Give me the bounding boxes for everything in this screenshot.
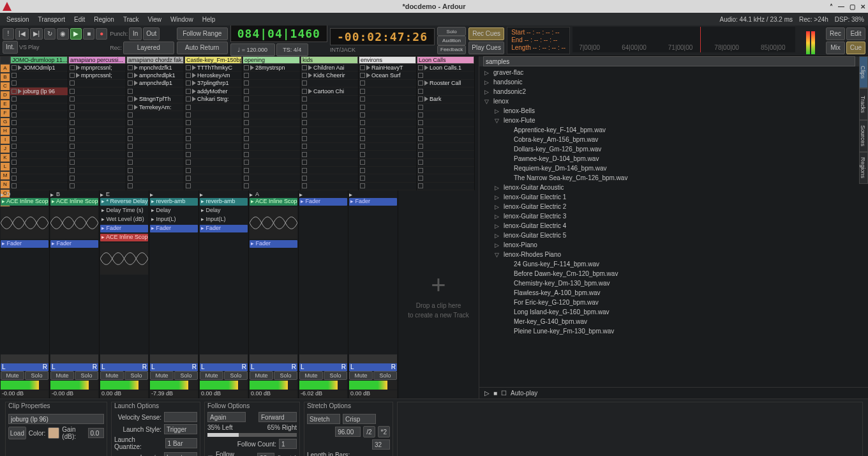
mute-button[interactable]: Mute	[349, 371, 373, 380]
clip-slot[interactable]: 28mystrspn	[243, 64, 300, 72]
maximize-icon[interactable]: ▢	[849, 3, 855, 10]
clip-slot[interactable]	[359, 151, 416, 158]
feedback-alert[interactable]: Feedback	[437, 45, 466, 54]
mini-timeline[interactable]: 7|00|0064|00|0071|00|0078|00|0085|00|009…	[572, 27, 795, 52]
clip-slot[interactable]	[126, 183, 184, 190]
menu-session[interactable]: Session	[3, 15, 33, 24]
panner[interactable]	[100, 354, 148, 363]
gain-readout[interactable]: -0.00 dB	[50, 390, 98, 398]
clip-slot[interactable]	[184, 174, 242, 182]
mix-tab[interactable]: Mix	[826, 42, 845, 54]
tree-node[interactable]: ▷handsonic2	[479, 87, 868, 96]
double-button[interactable]: *2	[378, 426, 390, 437]
clip-slot[interactable]	[10, 72, 68, 79]
track-header[interactable]: environs	[359, 56, 416, 64]
menu-transport[interactable]: Transport	[34, 15, 69, 24]
tree-node[interactable]: ▷handsonic	[479, 77, 868, 87]
clip-slot[interactable]	[301, 183, 358, 190]
clip-slot[interactable]	[417, 143, 474, 151]
menu-view[interactable]: View	[144, 15, 166, 24]
int-button[interactable]: Int.	[3, 41, 18, 54]
tree-node[interactable]: Before Dawn-key_Cm-120_bpm.wav	[479, 269, 868, 278]
velocity-sense-field[interactable]	[164, 412, 197, 422]
fx-slot[interactable]: ▸ ACE Inline Scope	[50, 198, 98, 206]
fx-slot[interactable]: ▸ Fader	[150, 225, 198, 232]
launch-quantize-select[interactable]: 1 Bar	[165, 438, 197, 448]
clip-slot[interactable]	[417, 167, 474, 174]
gain-readout[interactable]: 0.00 dB	[200, 390, 248, 398]
tree-node[interactable]: Pawnee-key_D-104_bpm.wav	[479, 154, 868, 163]
fx-slot[interactable]: ▸ reverb-amb	[200, 198, 248, 206]
clip-slot[interactable]	[10, 151, 68, 158]
clip-slot[interactable]: Bark	[417, 96, 474, 103]
fx-slot[interactable]: ▸ Delay Time (s)	[100, 207, 148, 215]
clip-slot[interactable]	[243, 143, 300, 151]
clip-slot[interactable]	[359, 127, 416, 135]
sample-tree[interactable]: ▷graver-flac▷handsonic▷handsonic2▽lenox▷…	[479, 66, 868, 387]
preview-stop-icon[interactable]: ■	[493, 390, 497, 397]
clip-slot[interactable]	[359, 135, 416, 142]
tree-node[interactable]: ▽lenox-Flute	[479, 116, 868, 125]
clip-slot[interactable]	[243, 103, 300, 111]
clip-slot[interactable]	[301, 167, 358, 174]
browse-path-input[interactable]	[483, 56, 855, 66]
solo-button[interactable]: Solo	[224, 371, 248, 380]
follow-slider[interactable]	[207, 433, 297, 437]
clip-slot[interactable]	[184, 151, 242, 158]
crisp-select[interactable]: Crisp	[343, 414, 376, 424]
clip-slot[interactable]: Kids Cheerir	[301, 72, 358, 79]
clip-slot[interactable]	[359, 111, 416, 119]
clip-slot[interactable]	[359, 174, 416, 182]
fx-slot[interactable]: ▸ ACE Inline Scope	[1, 198, 49, 206]
menu-edit[interactable]: Edit	[70, 15, 89, 24]
cue-row-L[interactable]: L	[0, 162, 10, 171]
clip-slot[interactable]	[68, 96, 126, 103]
clip-slot[interactable]	[417, 103, 474, 111]
clip-slot[interactable]	[417, 135, 474, 142]
tree-node[interactable]: ▽lenox	[479, 96, 868, 106]
panner[interactable]	[200, 354, 248, 363]
side-tab-sources[interactable]: Sources	[859, 120, 868, 152]
panner[interactable]	[349, 354, 397, 363]
clip-slot[interactable]	[359, 183, 416, 190]
clip-slot[interactable]	[359, 80, 416, 87]
gain-readout[interactable]: -6.02 dB	[299, 390, 347, 398]
solo-button[interactable]: Solo	[124, 371, 148, 380]
clip-slot[interactable]	[359, 159, 416, 167]
tree-node[interactable]: Mer-key_G-140_bpm.wav	[479, 317, 868, 326]
clip-slot[interactable]: Loon Calls.1	[417, 64, 474, 72]
clip-slot[interactable]	[243, 72, 300, 79]
side-tab-tracks[interactable]: Tracks	[859, 88, 868, 120]
record-button[interactable]: ●	[96, 28, 107, 40]
tree-node[interactable]: Apprentice-key_F-104_bpm.wav	[479, 125, 868, 135]
mute-button[interactable]: Mute	[100, 371, 124, 380]
clip-slot[interactable]	[243, 87, 300, 95]
tree-node[interactable]: 24 Guns-key_F-114_bpm.wav	[479, 259, 868, 269]
follow-range-button[interactable]: Follow Range	[177, 27, 228, 40]
cue-row-E[interactable]: E	[0, 100, 10, 109]
gain-readout[interactable]: 0.00 dB	[100, 390, 148, 398]
clip-slot[interactable]	[68, 103, 126, 111]
side-tab-clips[interactable]: Clips	[859, 56, 868, 88]
loop-icon[interactable]: ↻	[44, 28, 56, 40]
clip-slot[interactable]	[184, 127, 242, 135]
clip-slot[interactable]	[10, 80, 68, 87]
solo-alert[interactable]: Solo	[437, 27, 466, 36]
clip-slot[interactable]	[184, 111, 242, 119]
panner[interactable]	[50, 354, 98, 363]
clip-slot[interactable]	[68, 143, 126, 151]
clip-slot[interactable]	[10, 127, 68, 135]
solo-button[interactable]: Solo	[75, 371, 98, 380]
clip-slot[interactable]	[126, 127, 184, 135]
clip-slot[interactable]: Chikari Strg:	[184, 96, 242, 103]
clip-slot[interactable]	[126, 167, 184, 174]
clip-slot[interactable]	[68, 159, 126, 167]
track-header[interactable]: amapiano percussi...	[68, 56, 126, 64]
clip-slot[interactable]	[68, 174, 126, 182]
timesig-display[interactable]: TS: 4/4	[276, 43, 308, 56]
clip-slot[interactable]: JOMOdmlp1	[10, 64, 68, 72]
clip-slot[interactable]	[417, 119, 474, 127]
cue-row-K[interactable]: K	[0, 153, 10, 162]
tree-node[interactable]: ▷lenox-Bells	[479, 106, 868, 116]
goto-start-icon[interactable]: |◀	[15, 28, 29, 40]
